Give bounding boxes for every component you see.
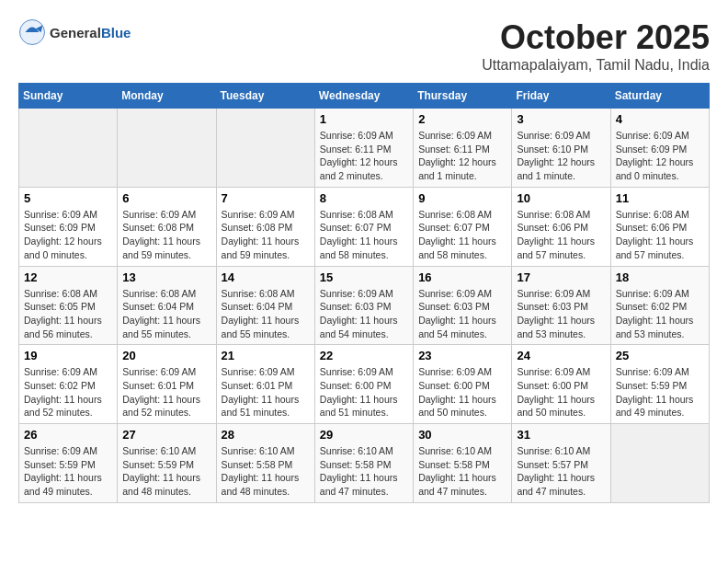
day-number: 26 (24, 428, 112, 442)
day-number: 1 (320, 112, 408, 126)
calendar-cell: 9Sunrise: 6:08 AM Sunset: 6:07 PM Daylig… (414, 187, 512, 266)
calendar-week: 5Sunrise: 6:09 AM Sunset: 6:09 PM Daylig… (19, 187, 710, 266)
day-number: 23 (418, 349, 506, 362)
day-info: Sunrise: 6:09 AM Sunset: 6:00 PM Dayligh… (418, 365, 506, 419)
calendar-table: SundayMondayTuesdayWednesdayThursdayFrid… (18, 83, 710, 503)
day-info: Sunrise: 6:08 AM Sunset: 6:07 PM Dayligh… (320, 208, 408, 262)
calendar-cell (216, 109, 314, 188)
day-info: Sunrise: 6:09 AM Sunset: 6:00 PM Dayligh… (320, 365, 408, 419)
calendar-cell: 17Sunrise: 6:09 AM Sunset: 6:03 PM Dayli… (512, 266, 610, 345)
day-info: Sunrise: 6:09 AM Sunset: 5:59 PM Dayligh… (24, 444, 112, 499)
calendar-cell: 13Sunrise: 6:08 AM Sunset: 6:04 PM Dayli… (118, 266, 216, 345)
day-info: Sunrise: 6:09 AM Sunset: 5:59 PM Dayligh… (616, 365, 704, 419)
day-info: Sunrise: 6:08 AM Sunset: 6:04 PM Dayligh… (122, 287, 210, 341)
day-info: Sunrise: 6:09 AM Sunset: 6:09 PM Dayligh… (24, 208, 112, 262)
day-number: 19 (24, 349, 112, 362)
logo-blue: Blue (101, 25, 131, 40)
day-number: 29 (320, 428, 408, 442)
day-info: Sunrise: 6:09 AM Sunset: 6:03 PM Dayligh… (320, 287, 408, 341)
day-number: 16 (418, 270, 506, 284)
day-info: Sunrise: 6:08 AM Sunset: 6:05 PM Dayligh… (24, 287, 112, 341)
day-info: Sunrise: 6:10 AM Sunset: 5:58 PM Dayligh… (418, 444, 506, 499)
weekday-header: Saturday (610, 84, 709, 109)
day-info: Sunrise: 6:09 AM Sunset: 6:09 PM Dayligh… (616, 129, 704, 183)
calendar-cell: 21Sunrise: 6:09 AM Sunset: 6:01 PM Dayli… (216, 345, 314, 424)
calendar-cell: 24Sunrise: 6:09 AM Sunset: 6:00 PM Dayli… (512, 345, 610, 424)
month-title: October 2025 (482, 18, 710, 57)
day-info: Sunrise: 6:09 AM Sunset: 6:08 PM Dayligh… (122, 208, 210, 262)
logo-general: General (50, 25, 101, 40)
day-info: Sunrise: 6:09 AM Sunset: 6:02 PM Dayligh… (24, 365, 112, 419)
day-info: Sunrise: 6:09 AM Sunset: 6:00 PM Dayligh… (517, 365, 605, 419)
day-info: Sunrise: 6:09 AM Sunset: 6:11 PM Dayligh… (320, 129, 408, 183)
day-info: Sunrise: 6:10 AM Sunset: 5:57 PM Dayligh… (517, 444, 605, 499)
calendar-cell: 3Sunrise: 6:09 AM Sunset: 6:10 PM Daylig… (512, 109, 610, 188)
day-number: 5 (24, 191, 112, 205)
day-info: Sunrise: 6:09 AM Sunset: 6:01 PM Dayligh… (122, 365, 210, 419)
calendar-cell: 2Sunrise: 6:09 AM Sunset: 6:11 PM Daylig… (414, 109, 512, 188)
calendar-cell: 27Sunrise: 6:10 AM Sunset: 5:59 PM Dayli… (118, 424, 216, 503)
day-number: 28 (222, 428, 310, 442)
calendar-cell: 5Sunrise: 6:09 AM Sunset: 6:09 PM Daylig… (19, 187, 118, 266)
calendar-week: 1Sunrise: 6:09 AM Sunset: 6:11 PM Daylig… (19, 109, 710, 188)
weekday-row: SundayMondayTuesdayWednesdayThursdayFrid… (19, 84, 710, 109)
calendar-cell (118, 109, 216, 188)
header: GeneralBlue October 2025 Uttamapalaiyam,… (18, 18, 710, 74)
weekday-header: Thursday (414, 84, 512, 109)
day-info: Sunrise: 6:08 AM Sunset: 6:06 PM Dayligh… (517, 208, 605, 262)
day-number: 20 (122, 349, 210, 362)
calendar-cell: 18Sunrise: 6:09 AM Sunset: 6:02 PM Dayli… (610, 266, 709, 345)
weekday-header: Friday (512, 84, 610, 109)
day-number: 25 (616, 349, 704, 362)
day-number: 31 (517, 428, 605, 442)
calendar-cell (19, 109, 118, 188)
calendar-cell: 30Sunrise: 6:10 AM Sunset: 5:58 PM Dayli… (414, 424, 512, 503)
calendar-cell: 6Sunrise: 6:09 AM Sunset: 6:08 PM Daylig… (118, 187, 216, 266)
day-number: 3 (517, 112, 605, 126)
day-info: Sunrise: 6:09 AM Sunset: 6:01 PM Dayligh… (222, 365, 310, 419)
day-info: Sunrise: 6:09 AM Sunset: 6:08 PM Dayligh… (222, 208, 310, 262)
calendar-cell: 15Sunrise: 6:09 AM Sunset: 6:03 PM Dayli… (314, 266, 413, 345)
day-number: 13 (122, 270, 210, 284)
day-number: 22 (320, 349, 408, 362)
day-number: 18 (616, 270, 704, 284)
day-info: Sunrise: 6:09 AM Sunset: 6:03 PM Dayligh… (418, 287, 506, 341)
calendar-cell: 10Sunrise: 6:08 AM Sunset: 6:06 PM Dayli… (512, 187, 610, 266)
weekday-header: Wednesday (314, 84, 413, 109)
day-info: Sunrise: 6:10 AM Sunset: 5:58 PM Dayligh… (222, 444, 310, 499)
title-section: October 2025 Uttamapalaiyam, Tamil Nadu,… (482, 18, 710, 74)
day-info: Sunrise: 6:10 AM Sunset: 5:59 PM Dayligh… (122, 444, 210, 499)
day-number: 7 (222, 191, 310, 205)
calendar-cell: 23Sunrise: 6:09 AM Sunset: 6:00 PM Dayli… (414, 345, 512, 424)
calendar-cell: 29Sunrise: 6:10 AM Sunset: 5:58 PM Dayli… (314, 424, 413, 503)
calendar-cell: 19Sunrise: 6:09 AM Sunset: 6:02 PM Dayli… (19, 345, 118, 424)
calendar-cell: 1Sunrise: 6:09 AM Sunset: 6:11 PM Daylig… (314, 109, 413, 188)
calendar-body: 1Sunrise: 6:09 AM Sunset: 6:11 PM Daylig… (19, 109, 710, 503)
weekday-header: Monday (118, 84, 216, 109)
day-number: 2 (418, 112, 506, 126)
calendar-cell: 20Sunrise: 6:09 AM Sunset: 6:01 PM Dayli… (118, 345, 216, 424)
day-info: Sunrise: 6:09 AM Sunset: 6:10 PM Dayligh… (517, 129, 605, 183)
day-number: 17 (517, 270, 605, 284)
weekday-header: Tuesday (216, 84, 314, 109)
day-info: Sunrise: 6:09 AM Sunset: 6:11 PM Dayligh… (418, 129, 506, 183)
day-number: 15 (320, 270, 408, 284)
logo-icon (18, 18, 46, 46)
day-number: 9 (418, 191, 506, 205)
day-info: Sunrise: 6:08 AM Sunset: 6:07 PM Dayligh… (418, 208, 506, 262)
calendar-cell: 12Sunrise: 6:08 AM Sunset: 6:05 PM Dayli… (19, 266, 118, 345)
day-number: 24 (517, 349, 605, 362)
day-number: 27 (122, 428, 210, 442)
calendar-cell: 8Sunrise: 6:08 AM Sunset: 6:07 PM Daylig… (314, 187, 413, 266)
calendar-cell: 26Sunrise: 6:09 AM Sunset: 5:59 PM Dayli… (19, 424, 118, 503)
calendar-cell: 16Sunrise: 6:09 AM Sunset: 6:03 PM Dayli… (414, 266, 512, 345)
day-info: Sunrise: 6:09 AM Sunset: 6:03 PM Dayligh… (517, 287, 605, 341)
day-number: 6 (122, 191, 210, 205)
calendar-cell (610, 424, 709, 503)
day-number: 12 (24, 270, 112, 284)
calendar-cell: 22Sunrise: 6:09 AM Sunset: 6:00 PM Dayli… (314, 345, 413, 424)
logo: GeneralBlue (18, 18, 131, 46)
calendar-cell: 11Sunrise: 6:08 AM Sunset: 6:06 PM Dayli… (610, 187, 709, 266)
calendar-week: 26Sunrise: 6:09 AM Sunset: 5:59 PM Dayli… (19, 424, 710, 503)
calendar-cell: 7Sunrise: 6:09 AM Sunset: 6:08 PM Daylig… (216, 187, 314, 266)
